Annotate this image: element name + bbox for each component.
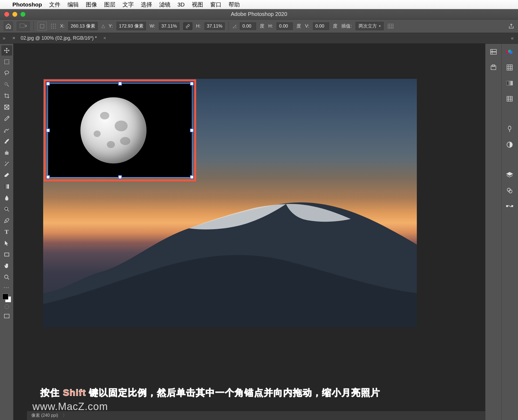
crop-tool[interactable] [1, 91, 12, 101]
vskew-label: V: [305, 23, 309, 29]
foreground-color[interactable] [2, 294, 8, 300]
blur-tool[interactable] [1, 193, 12, 203]
gradients-panel-icon[interactable] [505, 79, 515, 87]
history-brush-tool[interactable] [1, 159, 12, 169]
transform-handle-bottom-left[interactable] [46, 175, 50, 179]
svg-point-3 [53, 23, 54, 25]
properties-panel-icon[interactable] [488, 63, 499, 72]
menu-view[interactable]: 视图 [192, 1, 203, 8]
link-wh-button[interactable] [183, 22, 192, 30]
gradient-tool[interactable] [1, 181, 12, 192]
share-button[interactable] [508, 23, 514, 29]
transform-tool-icon[interactable] [17, 22, 30, 31]
transform-handle-middle-right[interactable] [190, 128, 194, 132]
vskew-unit: 度 [333, 23, 338, 29]
history-panel-icon[interactable] [488, 48, 499, 56]
document-canvas[interactable] [43, 79, 417, 327]
y-value[interactable]: 172.93 像素 [117, 22, 146, 30]
paths-panel-icon[interactable] [505, 202, 515, 211]
transform-bounding-box[interactable] [47, 83, 192, 178]
status-menu-chevron-icon[interactable]: 〉 [63, 413, 67, 418]
rectangle-tool[interactable] [1, 249, 12, 260]
swap-xy-icon[interactable]: △ [101, 23, 105, 29]
interpolation-dropdown[interactable]: 两次立方 ▾ [356, 22, 384, 30]
app-menu[interactable]: Photoshop [12, 1, 42, 8]
svg-rect-30 [507, 96, 512, 101]
svg-rect-12 [5, 60, 9, 64]
window-zoom-button[interactable] [21, 12, 25, 17]
brush-tool[interactable] [1, 136, 12, 146]
dodge-tool[interactable] [1, 204, 12, 214]
healing-brush-tool[interactable] [1, 125, 12, 135]
pen-tool[interactable] [1, 215, 12, 226]
hskew-value[interactable]: 0.00 [277, 22, 293, 30]
marquee-tool[interactable] [1, 57, 12, 67]
svg-point-10 [55, 28, 56, 29]
w-label: W: [150, 23, 155, 29]
tab-close-button[interactable]: × [12, 35, 15, 41]
menu-help[interactable]: 帮助 [229, 1, 240, 8]
menu-type[interactable]: 文字 [122, 1, 134, 8]
transform-handle-bottom-middle[interactable] [118, 175, 122, 179]
hand-tool[interactable] [1, 261, 12, 271]
right-panel-dock [485, 44, 518, 420]
x-value[interactable]: 260.13 像素 [68, 22, 98, 30]
menu-edit[interactable]: 编辑 [67, 1, 79, 8]
screen-mode-button[interactable] [1, 311, 12, 321]
interp-label: 插值: [341, 23, 352, 29]
quick-select-tool[interactable] [1, 79, 12, 90]
home-button[interactable] [4, 22, 13, 31]
adjustments-panel-icon[interactable] [505, 140, 515, 149]
menu-3d[interactable]: 3D [178, 1, 185, 8]
svg-rect-1 [40, 24, 44, 28]
angle-icon: ◿ [233, 23, 236, 29]
type-tool[interactable]: T [1, 227, 12, 237]
clone-stamp-tool[interactable] [1, 147, 12, 158]
mac-menubar[interactable]: Photoshop 文件 编辑 图像 图层 文字 选择 滤镜 3D 视图 窗口 … [0, 0, 518, 9]
menu-image[interactable]: 图像 [86, 1, 97, 8]
document-tab[interactable]: 02.jpg @ 100% (02.jpg, RGB/16*) * [21, 35, 97, 41]
tab-close-icon[interactable]: × [103, 35, 106, 41]
window-close-button[interactable] [4, 12, 9, 17]
eyedropper-tool[interactable] [1, 113, 12, 124]
menu-layer[interactable]: 图层 [104, 1, 115, 8]
h-value[interactable]: 37.11% [205, 22, 225, 30]
color-swatches[interactable] [2, 294, 11, 302]
frame-tool[interactable] [1, 102, 12, 112]
eraser-tool[interactable] [1, 170, 12, 180]
channels-panel-icon[interactable] [505, 186, 515, 195]
zoom-tool[interactable] [1, 272, 12, 282]
transform-handle-top-left[interactable] [46, 82, 50, 86]
path-select-tool[interactable] [1, 238, 12, 248]
vskew-value[interactable]: 0.00 [313, 22, 329, 30]
x-label: X: [60, 23, 64, 29]
expand-panels-icon[interactable]: » [3, 35, 5, 41]
transform-handle-top-middle[interactable] [118, 82, 122, 86]
quick-mask-button[interactable] [2, 303, 12, 310]
move-tool[interactable] [1, 45, 12, 56]
transform-handle-top-right[interactable] [190, 82, 194, 86]
edit-toolbar-button[interactable]: ⋯ [3, 284, 10, 291]
color-panel-icon[interactable] [505, 48, 515, 56]
menu-file[interactable]: 文件 [49, 1, 60, 8]
reference-point-grid-icon[interactable] [50, 23, 56, 29]
menu-window[interactable]: 窗口 [210, 1, 221, 8]
window-minimize-button[interactable] [12, 12, 17, 17]
transform-handle-bottom-right[interactable] [190, 175, 194, 179]
libraries-panel-icon[interactable] [505, 125, 515, 133]
menu-filter[interactable]: 滤镜 [159, 1, 171, 8]
warp-button[interactable] [387, 23, 394, 29]
transform-handle-middle-left[interactable] [46, 128, 50, 132]
svg-rect-20 [4, 314, 9, 318]
lasso-tool[interactable] [1, 68, 12, 78]
patterns-panel-icon[interactable] [505, 94, 515, 103]
reference-point-selector[interactable] [38, 22, 47, 31]
options-bar: X: 260.13 像素 △ Y: 172.93 像素 W: 37.11% H:… [0, 19, 518, 33]
collapse-panels-icon[interactable]: « [511, 35, 514, 41]
w-value[interactable]: 37.11% [159, 22, 179, 30]
angle-value[interactable]: 0.00 [240, 22, 256, 30]
layers-panel-icon[interactable] [505, 171, 515, 179]
swatches-panel-icon[interactable] [505, 63, 515, 72]
menu-select[interactable]: 选择 [141, 1, 152, 8]
canvas-area[interactable]: 按住 Shift 键以固定比例，然后单击其中一个角锚点并向内拖动，缩小月亮照片 … [13, 44, 485, 420]
